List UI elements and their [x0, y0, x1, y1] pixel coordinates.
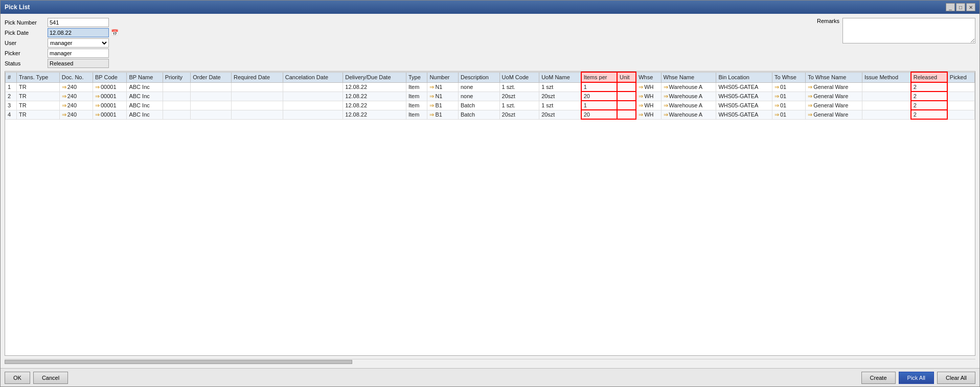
table-cell[interactable]: ⇒240 — [59, 110, 93, 119]
table-cell[interactable]: Item — [406, 101, 427, 110]
pick-date-input[interactable] — [48, 28, 109, 37]
table-cell[interactable] — [947, 101, 975, 110]
table-cell[interactable]: ⇒01 — [772, 101, 805, 110]
table-cell[interactable]: Item — [406, 110, 427, 119]
table-cell[interactable] — [283, 101, 343, 110]
table-cell[interactable]: ABC Inc — [127, 82, 163, 92]
table-cell[interactable]: TR — [17, 110, 60, 119]
table-row[interactable]: 3TR⇒240⇒00001ABC Inc 12.08.22Item⇒B1Batc… — [6, 101, 975, 110]
table-cell[interactable]: ⇒00001 — [93, 101, 127, 110]
table-cell[interactable]: ABC Inc — [127, 110, 163, 119]
table-cell[interactable]: none — [458, 92, 499, 101]
pick-number-input[interactable] — [48, 18, 109, 27]
table-cell[interactable]: 20 — [581, 110, 617, 119]
table-cell[interactable] — [947, 92, 975, 101]
table-cell[interactable] — [283, 92, 343, 101]
table-cell[interactable]: ⇒WH — [636, 92, 661, 101]
table-cell[interactable]: 1 — [581, 101, 617, 110]
table-cell[interactable]: ⇒WH — [636, 101, 661, 110]
table-cell[interactable] — [191, 82, 232, 92]
table-cell[interactable] — [617, 110, 636, 119]
table-cell[interactable] — [862, 101, 911, 110]
table-cell[interactable]: ⇒B1 — [427, 101, 459, 110]
table-cell[interactable]: 1 — [581, 82, 617, 92]
remarks-textarea[interactable] — [842, 18, 975, 43]
table-cell[interactable]: WHS05-GATEA — [716, 101, 772, 110]
table-cell[interactable] — [191, 101, 232, 110]
table-cell[interactable]: Item — [406, 82, 427, 92]
table-cell[interactable] — [163, 110, 190, 119]
table-cell[interactable]: ⇒240 — [59, 92, 93, 101]
table-cell[interactable]: ⇒01 — [772, 110, 805, 119]
user-select[interactable]: manager — [48, 38, 109, 48]
cancel-button[interactable]: Cancel — [33, 372, 68, 384]
table-cell[interactable]: 4 — [6, 110, 17, 119]
table-cell[interactable]: 20szt — [499, 92, 539, 101]
maximize-button[interactable]: □ — [956, 3, 965, 11]
table-cell[interactable] — [163, 82, 190, 92]
table-cell[interactable] — [617, 101, 636, 110]
table-cell[interactable]: ABC Inc — [127, 101, 163, 110]
table-cell[interactable] — [283, 82, 343, 92]
table-cell[interactable]: ⇒01 — [772, 92, 805, 101]
table-cell[interactable] — [163, 101, 190, 110]
table-cell[interactable] — [191, 110, 232, 119]
create-button[interactable]: Create — [861, 372, 896, 384]
table-cell[interactable] — [191, 92, 232, 101]
table-cell[interactable]: TR — [17, 92, 60, 101]
table-cell[interactable]: Batch — [458, 101, 499, 110]
table-cell[interactable]: ⇒00001 — [93, 82, 127, 92]
table-cell[interactable]: 3 — [6, 101, 17, 110]
table-cell[interactable]: 2 — [911, 110, 947, 119]
ok-button[interactable]: OK — [5, 372, 30, 384]
table-cell[interactable]: TR — [17, 82, 60, 92]
table-cell[interactable] — [947, 110, 975, 119]
table-cell[interactable]: ⇒01 — [772, 82, 805, 92]
table-cell[interactable]: ⇒00001 — [93, 92, 127, 101]
table-cell[interactable]: TR — [17, 101, 60, 110]
table-cell[interactable]: 12.08.22 — [343, 92, 406, 101]
table-cell[interactable]: ⇒Warehouse A — [661, 92, 716, 101]
table-cell[interactable] — [617, 82, 636, 92]
table-cell[interactable]: 12.08.22 — [343, 110, 406, 119]
table-cell[interactable] — [232, 82, 283, 92]
table-cell[interactable]: 20szt — [539, 110, 581, 119]
table-cell[interactable]: 1 szt — [539, 101, 581, 110]
table-cell[interactable] — [163, 92, 190, 101]
table-row[interactable]: 4TR⇒240⇒00001ABC Inc 12.08.22Item⇒B1Batc… — [6, 110, 975, 119]
table-cell[interactable]: ⇒Warehouse A — [661, 82, 716, 92]
table-cell[interactable]: 12.08.22 — [343, 82, 406, 92]
table-row[interactable]: 1TR⇒240⇒00001ABC Inc 12.08.22Item⇒N1none… — [6, 82, 975, 92]
table-cell[interactable] — [947, 82, 975, 92]
table-cell[interactable]: ⇒N1 — [427, 92, 459, 101]
table-cell[interactable]: ⇒00001 — [93, 110, 127, 119]
table-row[interactable]: 2TR⇒240⇒00001ABC Inc 12.08.22Item⇒N1none… — [6, 92, 975, 101]
table-cell[interactable]: ⇒240 — [59, 101, 93, 110]
table-cell[interactable] — [617, 92, 636, 101]
table-cell[interactable]: ⇒Warehouse A — [661, 110, 716, 119]
table-cell[interactable]: 1 szt. — [499, 82, 539, 92]
table-cell[interactable]: ⇒N1 — [427, 82, 459, 92]
table-cell[interactable]: ⇒General Ware — [806, 82, 862, 92]
table-cell[interactable] — [862, 82, 911, 92]
table-cell[interactable]: WHS05-GATEA — [716, 92, 772, 101]
minimize-button[interactable]: _ — [946, 3, 955, 11]
table-cell[interactable]: ⇒240 — [59, 82, 93, 92]
table-cell[interactable]: Item — [406, 92, 427, 101]
pick-all-button[interactable]: Pick All — [899, 372, 934, 384]
table-cell[interactable]: ⇒General Ware — [806, 92, 862, 101]
table-cell[interactable]: 1 — [6, 82, 17, 92]
table-cell[interactable]: 1 szt. — [499, 101, 539, 110]
table-cell[interactable]: Batch — [458, 110, 499, 119]
table-cell[interactable]: 2 — [6, 92, 17, 101]
table-cell[interactable] — [862, 92, 911, 101]
table-cell[interactable]: ⇒Warehouse A — [661, 101, 716, 110]
table-cell[interactable]: WHS05-GATEA — [716, 82, 772, 92]
calendar-icon[interactable]: 📅 — [111, 29, 122, 36]
table-cell[interactable]: ⇒General Ware — [806, 101, 862, 110]
table-cell[interactable]: ABC Inc — [127, 92, 163, 101]
table-cell[interactable]: ⇒B1 — [427, 110, 459, 119]
table-cell[interactable]: 1 szt — [539, 82, 581, 92]
table-cell[interactable] — [283, 110, 343, 119]
table-cell[interactable]: WHS05-GATEA — [716, 110, 772, 119]
